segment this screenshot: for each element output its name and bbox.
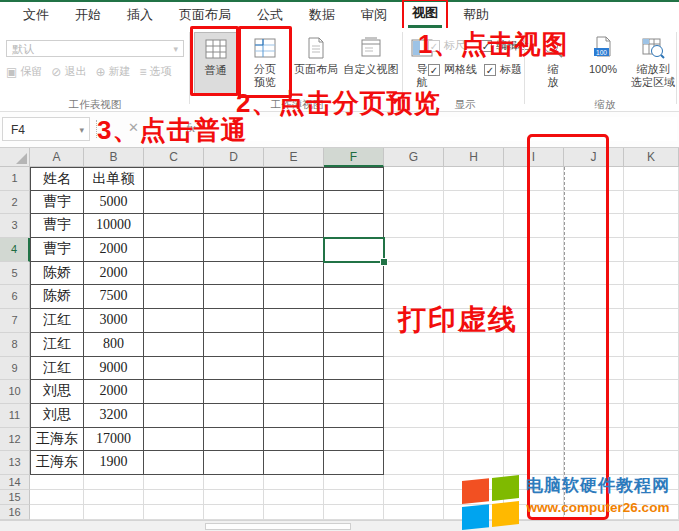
cell-D9[interactable] [204, 357, 264, 381]
cell-H9[interactable] [444, 357, 504, 381]
cell-A15[interactable] [30, 490, 84, 505]
cell-E10[interactable] [264, 380, 324, 404]
column-header-C[interactable]: C [144, 148, 204, 167]
row-header-3[interactable]: 3 [0, 214, 30, 238]
view-options-button[interactable]: ≡选项 [139, 64, 171, 79]
cell-E16[interactable] [264, 505, 324, 520]
cell-B15[interactable] [84, 490, 144, 505]
cell-F9[interactable] [324, 357, 384, 381]
cell-G10[interactable] [384, 380, 444, 404]
row-header-2[interactable]: 2 [0, 191, 30, 215]
cell-A7[interactable]: 江红 [30, 309, 84, 333]
cell-B9[interactable]: 9000 [84, 357, 144, 381]
cell-E2[interactable] [264, 191, 324, 215]
column-header-A[interactable]: A [30, 148, 84, 167]
column-header-F[interactable]: F [324, 148, 384, 167]
cell-K4[interactable] [624, 238, 679, 262]
cell-B10[interactable]: 2000 [84, 380, 144, 404]
cell-B7[interactable]: 3000 [84, 309, 144, 333]
cell-B13[interactable]: 1900 [84, 451, 144, 475]
cell-A9[interactable]: 江红 [30, 357, 84, 381]
cell-D4[interactable] [204, 238, 264, 262]
cell-B8[interactable]: 800 [84, 333, 144, 357]
cell-D7[interactable] [204, 309, 264, 333]
cell-A16[interactable] [30, 505, 84, 520]
cell-B4[interactable]: 2000 [84, 238, 144, 262]
cell-K5[interactable] [624, 262, 679, 286]
row-header-12[interactable]: 12 [0, 428, 30, 452]
cell-E1[interactable] [264, 167, 324, 191]
row-header-10[interactable]: 10 [0, 380, 30, 404]
cell-A4[interactable]: 曹宇 [30, 238, 84, 262]
cell-B11[interactable]: 3200 [84, 404, 144, 428]
cell-F1[interactable] [324, 167, 384, 191]
page-layout-view-button[interactable]: 页面布局 [292, 32, 340, 94]
cell-D6[interactable] [204, 285, 264, 309]
cell-K1[interactable] [624, 167, 679, 191]
cell-A13[interactable]: 王海东 [30, 451, 84, 475]
cell-K7[interactable] [624, 309, 679, 333]
row-header-16[interactable]: 16 [0, 505, 30, 520]
cell-C9[interactable] [144, 357, 204, 381]
cell-C2[interactable] [144, 191, 204, 215]
cell-A8[interactable]: 江红 [30, 333, 84, 357]
cell-D5[interactable] [204, 262, 264, 286]
cell-A10[interactable]: 刘思 [30, 380, 84, 404]
cell-A11[interactable]: 刘思 [30, 404, 84, 428]
cell-F16[interactable] [324, 505, 384, 520]
sheet-view-dropdown[interactable]: 默认 ▾ [6, 40, 184, 57]
cell-D13[interactable] [204, 451, 264, 475]
row-header-11[interactable]: 11 [0, 404, 30, 428]
cell-H12[interactable] [444, 428, 504, 452]
cell-E5[interactable] [264, 262, 324, 286]
headings-checkbox[interactable]: ✓ 标题 [484, 62, 522, 77]
column-header-G[interactable]: G [384, 148, 444, 167]
cell-K13[interactable] [624, 451, 679, 475]
cell-K9[interactable] [624, 357, 679, 381]
cell-D15[interactable] [204, 490, 264, 505]
fill-handle[interactable] [380, 258, 388, 266]
column-header-K[interactable]: K [624, 148, 679, 167]
cell-G1[interactable] [384, 167, 444, 191]
exit-view-button[interactable]: ⊘退出 [51, 64, 86, 79]
cell-B16[interactable] [84, 505, 144, 520]
cell-E6[interactable] [264, 285, 324, 309]
cell-A3[interactable]: 曹宇 [30, 214, 84, 238]
cell-G4[interactable] [384, 238, 444, 262]
cell-E14[interactable] [264, 475, 324, 490]
cell-F8[interactable] [324, 333, 384, 357]
tab-home[interactable]: 开始 [62, 2, 114, 28]
tab-view-selected[interactable]: 视图 [408, 2, 442, 28]
cell-K10[interactable] [624, 380, 679, 404]
row-header-15[interactable]: 15 [0, 490, 30, 505]
cell-G11[interactable] [384, 404, 444, 428]
tab-review[interactable]: 审阅 [348, 2, 400, 28]
cell-D16[interactable] [204, 505, 264, 520]
row-header-1[interactable]: 1 [0, 167, 30, 191]
row-header-14[interactable]: 14 [0, 475, 30, 490]
cell-B6[interactable]: 7500 [84, 285, 144, 309]
cell-C13[interactable] [144, 451, 204, 475]
cell-H10[interactable] [444, 380, 504, 404]
cell-F15[interactable] [324, 490, 384, 505]
row-header-8[interactable]: 8 [0, 333, 30, 357]
cell-A14[interactable] [30, 475, 84, 490]
cell-H2[interactable] [444, 191, 504, 215]
cell-H4[interactable] [444, 238, 504, 262]
cell-C6[interactable] [144, 285, 204, 309]
cell-G5[interactable] [384, 262, 444, 286]
cell-C16[interactable] [144, 505, 204, 520]
custom-views-button[interactable]: 自定义视图 [342, 32, 400, 94]
cell-A5[interactable]: 陈娇 [30, 262, 84, 286]
zoom-100-button[interactable]: 100 100% [580, 32, 626, 94]
cell-A1[interactable]: 姓名 [30, 167, 84, 191]
cell-G16[interactable] [384, 505, 444, 520]
gridlines-checkbox[interactable]: ✓ 网格线 [428, 62, 477, 77]
cell-A2[interactable]: 曹宇 [30, 191, 84, 215]
cell-B3[interactable]: 10000 [84, 214, 144, 238]
new-view-button[interactable]: ⊕新建 [95, 64, 130, 79]
tab-file[interactable]: 文件 [10, 2, 62, 28]
cell-K12[interactable] [624, 428, 679, 452]
cell-D1[interactable] [204, 167, 264, 191]
cell-H13[interactable] [444, 451, 504, 475]
